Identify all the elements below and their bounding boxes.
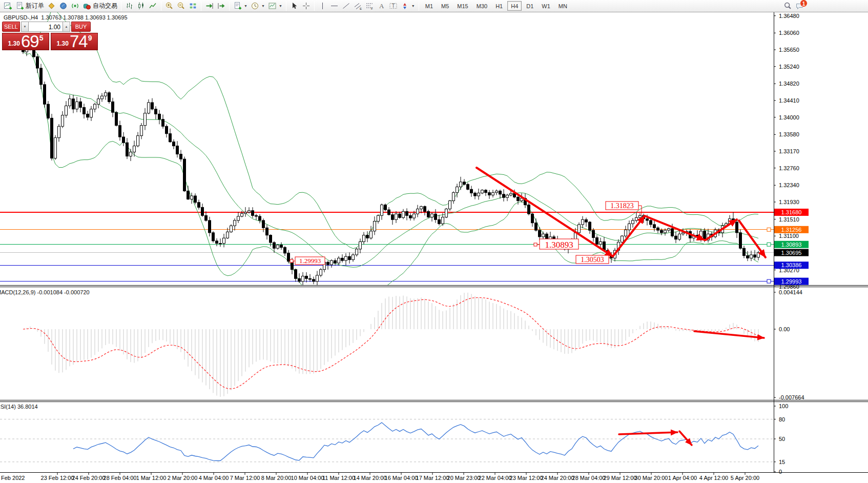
- time-tick-label: 24 Mar 20:00: [541, 475, 574, 481]
- candlestick: [653, 225, 656, 228]
- candlestick-chart-button[interactable]: [135, 1, 147, 11]
- new-order-button[interactable]: 新订单: [14, 1, 46, 11]
- timeframe-m5-button[interactable]: M5: [438, 1, 452, 11]
- search-button[interactable]: [782, 1, 794, 11]
- trend-line-button[interactable]: [340, 1, 352, 11]
- price-annotation-label[interactable]: 1.30503: [576, 255, 613, 264]
- terminal-button[interactable]: [69, 1, 81, 11]
- chart-shift-button[interactable]: [215, 1, 227, 11]
- candlestick: [449, 201, 451, 209]
- candlestick: [90, 109, 93, 117]
- price-tick-label: 1.36480: [779, 13, 799, 19]
- candlestick: [201, 207, 204, 215]
- chart-canvas[interactable]: 1.299931.308931.305031.318231.364801.360…: [0, 0, 868, 483]
- period-menu-button[interactable]: ▼: [249, 1, 266, 11]
- toolbar-separator: [286, 1, 286, 11]
- rsi-trend-arrow[interactable]: [619, 432, 677, 434]
- buy-button[interactable]: BUY: [71, 22, 91, 32]
- candlestick: [743, 248, 746, 255]
- zoom-in-button[interactable]: [163, 1, 175, 11]
- candlestick: [348, 256, 351, 259]
- crosshair-button[interactable]: [300, 1, 312, 11]
- candlestick: [176, 146, 179, 154]
- horizontal-line-button[interactable]: [328, 1, 340, 11]
- text-button[interactable]: A: [376, 1, 387, 11]
- candlestick: [682, 233, 685, 234]
- indicators-menu-icon: [268, 2, 277, 10]
- candlestick: [542, 234, 545, 237]
- equidistant-channel-icon: E: [354, 2, 362, 10]
- price-tick-label: 1.34820: [779, 80, 799, 87]
- sell-button[interactable]: SELL: [2, 22, 20, 32]
- candlestick: [316, 275, 319, 281]
- time-tick-label: 23 Feb 12:00: [41, 475, 74, 481]
- sell-price-sup: 5: [39, 34, 44, 42]
- candlestick: [266, 228, 268, 235]
- sell-price-display[interactable]: 1.30 69 5: [2, 33, 49, 50]
- candlestick: [535, 223, 538, 230]
- fibonacci-button[interactable]: F: [364, 1, 376, 11]
- line-selection-marker[interactable]: [767, 243, 771, 246]
- line-selection-marker[interactable]: [767, 228, 771, 231]
- time-tick-label: 20 Mar 23:00: [447, 475, 481, 481]
- timeframe-h4-button[interactable]: H4: [507, 1, 522, 11]
- rsi-axis-label: 0: [779, 469, 782, 475]
- equidistant-channel-button[interactable]: E: [352, 1, 364, 11]
- volume-decrease-button[interactable]: ▼: [21, 22, 29, 32]
- candlestick: [198, 203, 200, 208]
- new-order-menu-button[interactable]: ▼: [232, 1, 249, 11]
- timeframe-w1-button[interactable]: W1: [538, 1, 554, 11]
- autotrading-button[interactable]: 自动交易: [81, 1, 119, 11]
- candlestick: [399, 214, 401, 217]
- candlestick: [244, 212, 247, 213]
- text-label-button[interactable]: T: [387, 1, 399, 11]
- price-badge-label: 1.31680: [781, 209, 802, 215]
- candlestick: [219, 244, 222, 244]
- new-chart-button[interactable]: [2, 1, 14, 11]
- rsi-line: [73, 422, 758, 460]
- time-tick-label: 30 Mar 20:00: [635, 475, 668, 481]
- trend-arrow[interactable]: [613, 216, 645, 256]
- candlestick: [664, 230, 667, 233]
- tile-windows-button[interactable]: [187, 1, 199, 11]
- chat-button[interactable]: 1: [794, 1, 805, 11]
- candlestick: [341, 258, 344, 260]
- candlestick: [338, 258, 340, 263]
- time-tick-label: 4 Mar 04:00: [199, 475, 229, 481]
- price-annotation-label[interactable]: 1.29993: [290, 257, 325, 265]
- candlestick: [660, 230, 663, 233]
- candlestick: [492, 193, 494, 195]
- vertical-line-button[interactable]: [317, 1, 328, 11]
- timeframe-m1-button[interactable]: M1: [422, 1, 437, 11]
- timeframe-m15-button[interactable]: M15: [453, 1, 471, 11]
- candlestick: [320, 270, 322, 275]
- arrow-tools-button[interactable]: ▼: [399, 1, 417, 11]
- timeframe-h1-button[interactable]: H1: [492, 1, 506, 11]
- line-chart-button[interactable]: [147, 1, 159, 11]
- candlestick: [639, 215, 642, 217]
- zoom-in-icon: [165, 2, 174, 10]
- volume-increase-button[interactable]: ▲: [63, 22, 70, 32]
- buy-price-sup: 9: [88, 34, 92, 42]
- buy-price-display[interactable]: 1.30 74 9: [51, 33, 98, 50]
- indicators-menu-button[interactable]: ▼: [266, 1, 284, 11]
- price-annotation-label[interactable]: 1.30893: [534, 239, 578, 250]
- bar-chart-button[interactable]: [123, 1, 135, 11]
- macd-trend-arrow[interactable]: [694, 331, 764, 338]
- navigator-button[interactable]: [57, 1, 69, 11]
- market-watch-icon: [47, 2, 56, 10]
- timeframe-d1-button[interactable]: D1: [523, 1, 537, 11]
- candlestick: [406, 211, 408, 215]
- cursor-button[interactable]: [288, 1, 300, 11]
- candlestick: [270, 235, 272, 243]
- timeframe-m30-button[interactable]: M30: [473, 1, 491, 11]
- volume-value[interactable]: 1.00: [29, 22, 63, 32]
- timeframe-mn-button[interactable]: MN: [555, 1, 571, 11]
- line-selection-marker[interactable]: [767, 279, 771, 283]
- market-watch-button[interactable]: [46, 1, 57, 11]
- auto-scroll-button[interactable]: [203, 1, 215, 11]
- candlestick: [747, 256, 749, 258]
- candlestick: [212, 233, 215, 241]
- zoom-out-button[interactable]: [175, 1, 187, 11]
- rsi-trend-arrow[interactable]: [679, 431, 692, 445]
